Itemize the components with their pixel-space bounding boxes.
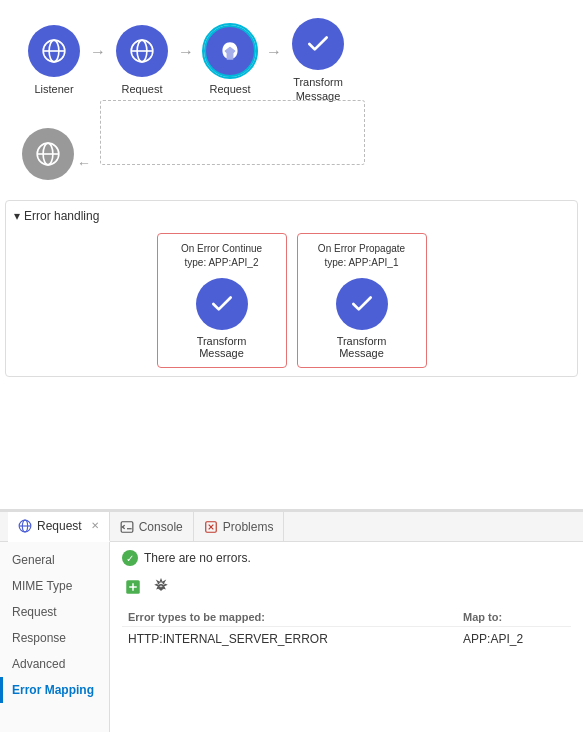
tab-request-close[interactable]: ✕ (91, 520, 99, 531)
flow-node-request2[interactable]: Request (204, 25, 256, 96)
request1-icon (129, 38, 155, 64)
tab-problems[interactable]: Problems (194, 512, 285, 542)
request1-circle (116, 25, 168, 77)
error-node-0-label: TransformMessage (197, 335, 247, 359)
dashed-box (100, 100, 365, 165)
flow-node-request1[interactable]: Request (116, 25, 168, 96)
col-header-error-type: Error types to be mapped: (122, 608, 457, 627)
tab-request[interactable]: Request ✕ (8, 512, 110, 542)
error-container-1-title: On Error Propagatetype: APP:API_1 (318, 242, 405, 270)
tab-console[interactable]: Console (110, 512, 194, 542)
tab-problems-label: Problems (223, 520, 274, 534)
request2-label: Request (210, 82, 251, 96)
error-node-1-circle (336, 278, 388, 330)
console-tab-icon (120, 520, 134, 534)
success-icon: ✓ (122, 550, 138, 566)
tab-bar: Request ✕ Console Problems (0, 512, 583, 542)
map-to-cell-0: APP:API_2 (457, 627, 571, 652)
second-row-arrow: ← (77, 155, 91, 171)
listener-label: Listener (34, 82, 73, 96)
sidebar-nav: General MIME Type Request Response Advan… (0, 542, 110, 732)
flow-node-transform[interactable]: TransformMessage (292, 18, 344, 104)
error-containers: On Error Continuetype: APP:API_2 Transfo… (14, 233, 569, 368)
nav-item-mime-type[interactable]: MIME Type (0, 573, 109, 599)
nav-item-response[interactable]: Response (0, 625, 109, 651)
gray-globe-circle (22, 128, 74, 180)
globe-icon (41, 38, 67, 64)
transform-circle (292, 18, 344, 70)
mapping-table: Error types to be mapped: Map to: HTTP:I… (122, 608, 571, 651)
problems-tab-icon (204, 520, 218, 534)
gray-globe-icon (35, 141, 61, 167)
error-container-0[interactable]: On Error Continuetype: APP:API_2 Transfo… (157, 233, 287, 368)
second-row-node[interactable] (22, 128, 74, 180)
nav-item-error-mapping[interactable]: Error Mapping (0, 677, 109, 703)
flow-row: Listener → Request → Reques (20, 18, 352, 104)
mapping-row-0[interactable]: HTTP:INTERNAL_SERVER_ERROR APP:API_2 (122, 627, 571, 652)
request1-label: Request (122, 82, 163, 96)
error-node-0-circle (196, 278, 248, 330)
bottom-panel: Request ✕ Console Problems General MIME … (0, 510, 583, 732)
transform-icon (305, 31, 331, 57)
flow-node-listener[interactable]: Listener (28, 25, 80, 96)
col-header-map-to: Map to: (457, 608, 571, 627)
tab-request-label: Request (37, 519, 82, 533)
request2-circle (204, 25, 256, 77)
gear-icon (152, 578, 170, 596)
arrow-3: → (266, 43, 282, 61)
success-message: There are no errors. (144, 551, 251, 565)
error-transform-icon-0 (209, 291, 235, 317)
nav-item-general[interactable]: General (0, 547, 109, 573)
error-type-cell-0: HTTP:INTERNAL_SERVER_ERROR (122, 627, 457, 652)
error-section: ▾ Error handling On Error Continuetype: … (5, 200, 578, 377)
add-mapping-button[interactable] (122, 576, 144, 598)
request2-icon (217, 38, 243, 64)
error-node-1-label: TransformMessage (337, 335, 387, 359)
tab-console-label: Console (139, 520, 183, 534)
add-icon (124, 578, 142, 596)
request-tab-icon (18, 519, 32, 533)
nav-item-request[interactable]: Request (0, 599, 109, 625)
chevron-down-icon[interactable]: ▾ (14, 209, 20, 223)
nav-item-advanced[interactable]: Advanced (0, 651, 109, 677)
error-container-0-title: On Error Continuetype: APP:API_2 (181, 242, 262, 270)
arrow-1: → (90, 43, 106, 61)
error-section-title: ▾ Error handling (14, 209, 569, 223)
arrow-2: → (178, 43, 194, 61)
error-container-1[interactable]: On Error Propagatetype: APP:API_1 Transf… (297, 233, 427, 368)
panel-content: General MIME Type Request Response Advan… (0, 542, 583, 732)
toolbar (122, 576, 571, 598)
listener-circle (28, 25, 80, 77)
success-banner: ✓ There are no errors. (122, 550, 571, 566)
settings-button[interactable] (150, 576, 172, 598)
error-transform-icon-1 (349, 291, 375, 317)
canvas-area: Listener → Request → Reques (0, 0, 583, 510)
main-panel-content: ✓ There are no errors. (110, 542, 583, 732)
